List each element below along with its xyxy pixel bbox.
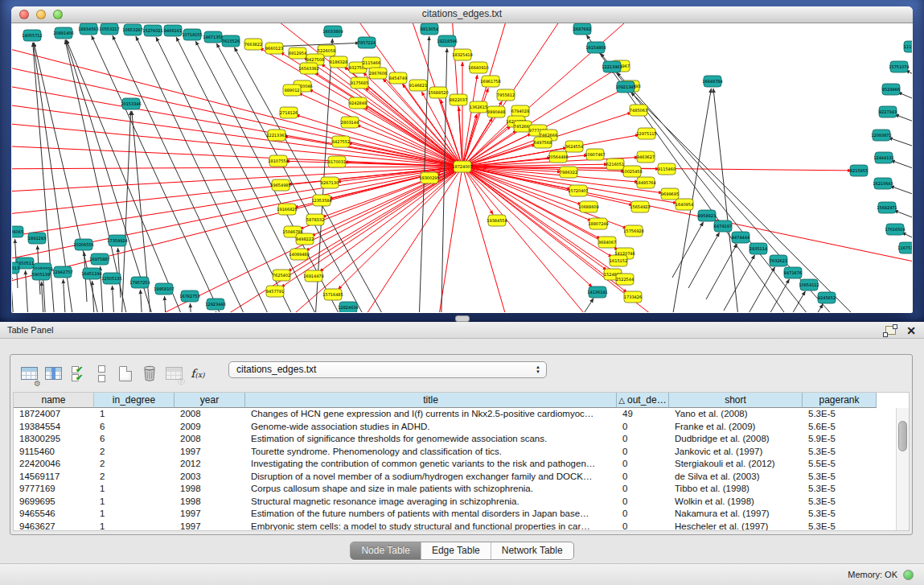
graph-edge[interactable] bbox=[894, 114, 912, 129]
network-view-canvas[interactable]: 1872400776638229660123891295452260589427… bbox=[12, 23, 912, 312]
graph-node[interactable]: 10653287 bbox=[122, 24, 142, 35]
graph-node[interactable]: 7615526 bbox=[222, 35, 240, 47]
graph-node[interactable]: 2718126 bbox=[280, 107, 298, 118]
table-row[interactable]: 911546021997Tourette syndrome. Phenomeno… bbox=[14, 446, 896, 459]
graph-node[interactable]: 8813054 bbox=[421, 23, 438, 35]
graph-edge[interactable] bbox=[315, 72, 462, 167]
graph-node[interactable]: 12353584 bbox=[311, 195, 331, 206]
graph-node[interactable]: 19654985 bbox=[270, 179, 290, 191]
graph-node[interactable]: 16640910 bbox=[468, 62, 488, 73]
graph-node[interactable]: 18325419 bbox=[452, 49, 472, 60]
graph-edge[interactable] bbox=[774, 291, 805, 312]
graph-node[interactable]: 2803144 bbox=[341, 117, 359, 128]
table-row[interactable]: 969969511998Structural magnetic resonanc… bbox=[14, 496, 896, 509]
graph-node[interactable]: 10553217 bbox=[99, 23, 119, 35]
graph-node[interactable]: 9457791 bbox=[266, 286, 284, 297]
graph-edge[interactable] bbox=[889, 138, 912, 153]
graph-node[interactable]: 5878332 bbox=[306, 214, 324, 225]
graph-node[interactable]: 12923448 bbox=[205, 299, 225, 310]
graph-node[interactable]: 11675341 bbox=[897, 242, 912, 253]
graph-node[interactable]: 9498222 bbox=[296, 233, 314, 245]
graph-node[interactable]: 14099489 bbox=[289, 249, 309, 260]
graph-node[interactable]: 8186328 bbox=[330, 56, 347, 68]
graph-node[interactable]: 14055712 bbox=[22, 30, 42, 41]
graph-node[interactable]: 8454749 bbox=[389, 72, 407, 84]
graph-edge[interactable] bbox=[141, 290, 143, 312]
graph-node[interactable]: 16648784 bbox=[702, 76, 722, 87]
graph-node[interactable]: 2522544 bbox=[616, 274, 634, 285]
graph-node[interactable]: 16451194 bbox=[81, 268, 101, 279]
graph-node[interactable]: 10807467 bbox=[585, 149, 605, 160]
graph-node[interactable]: 9474444 bbox=[732, 232, 749, 243]
network-graph-svg[interactable]: 1872400776638229660123891295452260589427… bbox=[12, 23, 912, 312]
table-row[interactable]: 1456911722003Disruption of a novel membe… bbox=[14, 471, 896, 484]
unselect-all-icon[interactable] bbox=[90, 361, 113, 385]
float-window-icon[interactable] bbox=[885, 326, 896, 335]
show-column-icon[interactable] bbox=[42, 361, 64, 385]
graph-node[interactable]: 8170031 bbox=[328, 156, 346, 167]
graph-node[interactable]: 12213363 bbox=[266, 130, 286, 141]
graph-node[interactable]: 17957253 bbox=[129, 277, 150, 288]
graph-node[interactable]: 2935114 bbox=[749, 243, 767, 254]
graph-node[interactable]: 9227343 bbox=[879, 106, 897, 117]
graph-node[interactable]: 9466161 bbox=[164, 25, 182, 36]
graph-node[interactable]: 16961758 bbox=[480, 76, 500, 87]
graph-edge[interactable] bbox=[191, 303, 193, 312]
graph-node[interactable]: 17359924 bbox=[107, 235, 127, 246]
graph-edge[interactable] bbox=[893, 210, 912, 225]
tab-edge-table[interactable]: Edge Table bbox=[421, 542, 491, 559]
graph-node[interactable]: 9463627 bbox=[637, 151, 655, 163]
delete-entries-icon[interactable] bbox=[138, 361, 161, 385]
graph-edge[interactable] bbox=[706, 244, 737, 299]
graph-edge[interactable] bbox=[12, 167, 462, 193]
graph-node[interactable]: 9115460 bbox=[658, 163, 676, 175]
graph-edge[interactable] bbox=[630, 92, 856, 312]
graph-edge[interactable] bbox=[383, 79, 462, 167]
graph-node[interactable]: 20153346 bbox=[121, 98, 141, 109]
minimize-window-button[interactable] bbox=[36, 10, 46, 19]
graph-node[interactable]: 16543382 bbox=[298, 63, 318, 74]
graph-node[interactable]: 7955812 bbox=[497, 89, 515, 101]
graph-node[interactable]: 8267130 bbox=[321, 177, 339, 188]
graph-node[interactable]: 20564486 bbox=[548, 151, 568, 163]
table-row[interactable]: 946554611997Estimation of the future num… bbox=[14, 508, 896, 521]
graph-node[interactable]: 10719155 bbox=[182, 29, 202, 40]
graph-edge[interactable] bbox=[165, 296, 167, 312]
graph-edge[interactable] bbox=[563, 299, 593, 312]
graph-node[interactable]: 8215955 bbox=[850, 165, 868, 176]
graph-node[interactable]: 15276021 bbox=[142, 25, 162, 36]
column-header-year[interactable]: year bbox=[175, 393, 245, 408]
graph-node[interactable]: 10688609 bbox=[578, 201, 598, 212]
graph-node[interactable]: 10654112 bbox=[799, 279, 819, 290]
table-row[interactable]: 1938455462009Genome-wide association stu… bbox=[14, 421, 896, 434]
graph-node[interactable]: 8471676 bbox=[784, 267, 802, 278]
graph-edge[interactable] bbox=[64, 279, 66, 312]
graph-node[interactable]: 9660123 bbox=[265, 43, 283, 54]
graph-node[interactable]: 16033809 bbox=[322, 26, 343, 37]
graph-node[interactable]: 18834563 bbox=[78, 23, 98, 35]
table-settings-icon[interactable]: ⚙ bbox=[18, 361, 40, 385]
graph-edge[interactable] bbox=[889, 186, 912, 201]
graph-edge[interactable] bbox=[12, 167, 462, 241]
graph-node[interactable]: 1390313 bbox=[12, 262, 19, 274]
graph-node[interactable]: 10025458 bbox=[622, 166, 642, 177]
graph-node[interactable]: 18807249 bbox=[588, 218, 608, 229]
graph-node[interactable]: 5905139 bbox=[32, 269, 50, 280]
graph-node[interactable]: 18107554 bbox=[268, 155, 288, 167]
graph-node[interactable]: 19166825 bbox=[277, 204, 297, 215]
table-row[interactable]: 2242004622012Investigating the contribut… bbox=[14, 458, 896, 471]
graph-window-titlebar[interactable]: citations_edges.txt bbox=[11, 6, 913, 23]
graph-edge[interactable] bbox=[356, 125, 462, 167]
graph-node[interactable]: 16154808 bbox=[585, 42, 606, 53]
graph-node[interactable]: 9175685 bbox=[351, 77, 368, 89]
graph-node[interactable]: 19218596 bbox=[437, 35, 457, 47]
graph-node[interactable]: 2687682 bbox=[573, 23, 591, 35]
graph-edge[interactable] bbox=[12, 121, 462, 167]
column-header-title[interactable]: title bbox=[245, 393, 617, 408]
column-header-out_degree[interactable]: △out_de… bbox=[617, 393, 669, 408]
pane-splitter-handle[interactable] bbox=[455, 315, 470, 322]
graph-edge[interactable] bbox=[12, 167, 462, 217]
graph-edge[interactable] bbox=[92, 35, 233, 312]
graph-node[interactable]: 8822037 bbox=[450, 94, 467, 105]
graph-node[interactable]: 12505135 bbox=[101, 273, 121, 284]
